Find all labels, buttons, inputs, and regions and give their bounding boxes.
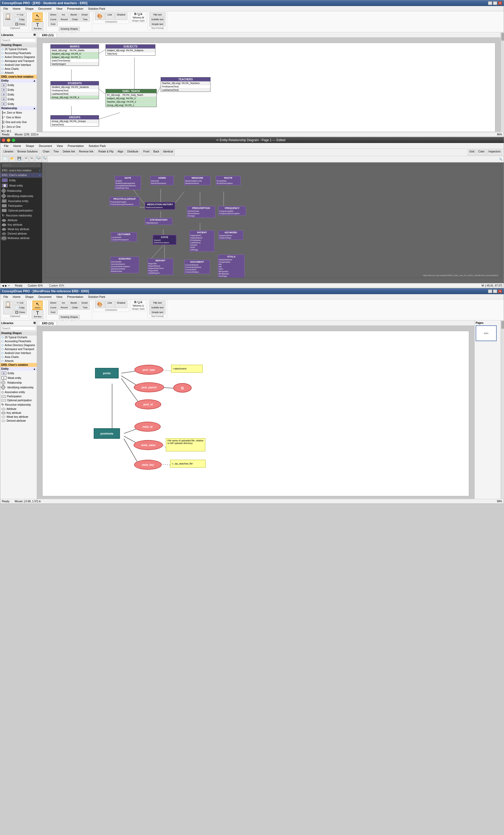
w3-sidebar-search-input[interactable] <box>1 326 36 330</box>
w3-menu-document[interactable]: Document <box>36 295 54 299</box>
w2-chain-btn[interactable]: Chain <box>41 149 51 155</box>
w3-sidebar-recursive[interactable]: ↻Recursive relationship <box>0 402 37 407</box>
w3-sidebar-artwork[interactable]: ⬡Artwork <box>0 359 37 363</box>
w3-select-btn[interactable]: ↖Select <box>33 301 42 310</box>
shadow-btn[interactable]: Shadow <box>115 13 127 20</box>
w3-sidebar-participation[interactable]: Participation <box>0 394 37 398</box>
w2-identical-btn[interactable]: Identical <box>162 149 175 155</box>
w3-tree-btn[interactable]: Tree <box>80 305 90 310</box>
w3-cut-btn[interactable]: ✂ Cut <box>13 301 27 305</box>
text-btn[interactable]: TText Box <box>32 22 44 30</box>
smart-btn[interactable]: Smart <box>80 13 89 17</box>
w3-font-btn[interactable]: Font <box>48 310 58 314</box>
w3-sidebar-weak-entity[interactable]: EWeak entity <box>0 375 37 380</box>
w3-text-btn[interactable]: TText Box <box>32 310 44 319</box>
sidebar-artwork[interactable]: ⬡Artwork <box>0 71 37 75</box>
w3-title-text-btn[interactable]: Title text <box>149 301 165 305</box>
menu-file[interactable]: File <box>1 6 10 11</box>
w2-menu-file[interactable]: File <box>2 144 11 148</box>
w3-tab-erd[interactable]: ERD (1/1) <box>39 321 57 325</box>
w2-open-btn[interactable]: 📂 <box>9 157 16 162</box>
w2-grid-btn[interactable]: Grid <box>468 149 476 155</box>
w3-sidebar-attribute[interactable]: Attribute <box>0 407 37 411</box>
w3-menu-file[interactable]: File <box>1 295 10 299</box>
page-nav-next[interactable]: ▶ <box>5 284 7 287</box>
sidebar2-entity[interactable]: □ Entity <box>0 178 42 183</box>
close-circle[interactable] <box>2 139 5 142</box>
w3-sidebar-entity[interactable]: EEntity <box>0 371 37 375</box>
sidebar2-recursive-rel[interactable]: ↻ Recursive relationship <box>0 213 42 218</box>
w3-sidebar-android[interactable]: ⬡Android User Interface <box>0 351 37 355</box>
w2-color-btn[interactable]: Color <box>477 149 486 155</box>
menu-home[interactable]: Home <box>11 6 23 11</box>
w3-maximize-btn[interactable]: □ <box>493 289 497 293</box>
curve-btn[interactable]: Curve <box>48 17 58 21</box>
w3-clone-btn[interactable]: 🔲 Clone <box>13 310 27 314</box>
sidebar-active-dir[interactable]: ⬡Active Directory Diagrams <box>0 55 37 59</box>
clone-btn[interactable]: 🔲 Clone <box>13 22 27 26</box>
w3-fill-btn[interactable]: 🎨 <box>95 301 104 308</box>
sidebar2-search-input[interactable] <box>2 163 40 167</box>
fill-btn[interactable]: 🎨 <box>95 13 104 20</box>
font-btn[interactable]: Font <box>48 22 58 26</box>
sidebar-orcharts[interactable]: ⬡25 Typical Orcharts <box>0 47 37 51</box>
paste-btn[interactable]: 📋Paste <box>3 13 13 26</box>
w3-chain-btn[interactable]: Chain <box>70 305 80 310</box>
chain-btn[interactable]: Chain <box>70 17 80 21</box>
copy-btn[interactable]: 📄 Copy <box>13 17 27 21</box>
w2-undo-btn[interactable]: ↩ <box>24 157 28 162</box>
w3-menu-home[interactable]: Home <box>11 295 23 299</box>
drawing-shapes-btn[interactable]: Drawing Shapes <box>59 27 80 31</box>
sidebar2-attribute[interactable]: Attribute <box>0 218 42 223</box>
w2-menu-presentation[interactable]: Presentation <box>66 144 86 148</box>
sidebar2-notation1[interactable]: ERD, crow's-foot notation ● <box>0 168 42 173</box>
sidebar-aerospace[interactable]: ⬡Aerospace and Transport <box>0 59 37 63</box>
close-btn[interactable]: ✕ <box>498 1 502 5</box>
w2-zoom-out-btn[interactable]: 🔍- <box>42 157 47 162</box>
sidebar2-notation2[interactable]: ERD, Chen's notation ● <box>0 173 42 178</box>
w3-sidebar-erd-notation[interactable]: ERD, Chen's notation <box>0 363 37 367</box>
sidebar-one-more[interactable]: ╟⁺One or More <box>0 115 37 120</box>
w3-paste-btn[interactable]: 📋Paste <box>3 301 13 314</box>
w3-direct-btn[interactable]: Direct <box>48 301 58 305</box>
w3-sidebar-relationship[interactable]: Relationship <box>0 380 37 385</box>
w3-close-btn[interactable]: ✕ <box>498 289 502 293</box>
sidebar2-weak-entity[interactable]: ⬜ Weak entity <box>0 183 42 188</box>
sidebar2-associative-entity[interactable]: ◇ Associative entity <box>0 199 42 203</box>
w3-menu-view[interactable]: View <box>54 295 65 299</box>
w2-inspectors-btn[interactable]: Inspectors <box>487 149 502 155</box>
w3-smart-btn[interactable]: Smart <box>80 301 89 305</box>
w3-minimize-btn[interactable]: ─ <box>488 289 492 293</box>
w3-menu-shape[interactable]: Shape <box>23 295 36 299</box>
w2-libraries-btn[interactable]: Libraries <box>2 149 15 155</box>
sidebar2-optional-participation[interactable]: Optional participation <box>0 208 42 213</box>
sidebar-entity-4[interactable]: EEntity <box>0 97 37 102</box>
w2-back-btn[interactable]: Back <box>152 149 161 155</box>
sidebar-area-charts[interactable]: ⬡Area Charts <box>0 67 37 71</box>
sidebar-entity-1[interactable]: EEntity <box>0 83 37 87</box>
sidebar-m1-1[interactable]: M:1M:1 <box>0 129 37 132</box>
sidebar-erd-notation[interactable]: ERD, crow's-foot notation <box>0 75 37 79</box>
w3-sidebar-orcharts[interactable]: ⬡25 Typical Orcharts <box>0 335 37 339</box>
w3-sidebar-weak-key-attr[interactable]: Weak key attribute <box>0 415 37 419</box>
sidebar-zero-one[interactable]: ╟○Zero or One <box>0 124 37 129</box>
sidebar2-key-attribute[interactable]: Key attribute <box>0 223 42 227</box>
w2-browse-btn[interactable]: Browse Solutions <box>16 149 39 155</box>
w2-menu-shape[interactable]: Shape <box>24 144 36 148</box>
menu-presentation[interactable]: Presentation <box>65 6 85 11</box>
minimize-btn[interactable]: ─ <box>488 1 492 5</box>
w2-save-btn[interactable]: 💾 <box>16 157 23 162</box>
w3-sidebar-derived-attr[interactable]: Derived attribute <box>0 419 37 423</box>
w3-sidebar-identifying-rel[interactable]: Identifying relationship <box>0 385 37 390</box>
sidebar-entity-3[interactable]: EEntity <box>0 92 37 97</box>
tab-erd[interactable]: ERD (1/1) <box>39 33 57 37</box>
menu-document[interactable]: Document <box>36 6 54 11</box>
w2-tree-btn[interactable]: Tree <box>52 149 60 155</box>
title-text-btn[interactable]: Title text <box>149 13 165 17</box>
w2-menu-home[interactable]: Home <box>11 144 23 148</box>
w3-menu-presentation[interactable]: Presentation <box>65 295 85 299</box>
w2-zoom-in-btn[interactable]: 🔍+ <box>35 157 41 162</box>
maximize-btn[interactable]: □ <box>493 1 497 5</box>
subtitle-text-btn[interactable]: Subtitle text <box>149 17 165 21</box>
w2-reverse-link-btn[interactable]: Reverse link <box>77 149 95 155</box>
